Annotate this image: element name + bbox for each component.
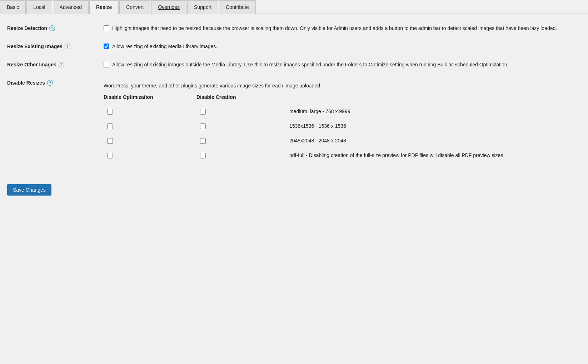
- tab-overrides[interactable]: Overrides: [151, 0, 186, 14]
- disable-create-checkbox-1536x1536[interactable]: [200, 123, 206, 129]
- tabs-container: BasicLocalAdvancedResizeConvertOverrides…: [0, 0, 588, 14]
- resize-detection-value: Highlight images that need to be resized…: [104, 25, 564, 32]
- col-optimization-header: Disable Optimization: [104, 94, 196, 100]
- resize-existing-desc: Allow resizing of existing Media Library…: [112, 43, 217, 50]
- disable-row-label-pdf-full: pdf-full - Disabling creation of the ful…: [289, 152, 564, 159]
- disable-create-checkbox-medium_large[interactable]: [200, 109, 206, 115]
- disable-opt-checkbox-1536x1536[interactable]: [107, 123, 113, 129]
- resize-detection-row: Resize Detection ? Highlight images that…: [7, 25, 564, 32]
- tab-local[interactable]: Local: [26, 0, 52, 14]
- resize-existing-value: Allow resizing of existing Media Library…: [104, 43, 564, 50]
- resize-other-help-icon[interactable]: ?: [59, 62, 64, 67]
- tab-contribute[interactable]: Contribute: [219, 0, 256, 14]
- tab-support[interactable]: Support: [187, 0, 218, 14]
- resize-other-value: Allow resizing of existing images outsid…: [104, 61, 564, 69]
- resize-existing-checkbox[interactable]: [104, 44, 109, 49]
- resize-other-checkbox[interactable]: [104, 62, 109, 67]
- resize-other-row: Resize Other Images ? Allow resizing of …: [7, 61, 564, 69]
- disable-resizes-desc: WordPress, your theme, and other plugins…: [104, 83, 564, 89]
- resize-existing-help-icon[interactable]: ?: [65, 44, 70, 49]
- disable-row-label-2048x2048: 2048x2048 - 2048 x 2048: [289, 137, 564, 145]
- disable-resizes-value: WordPress, your theme, and other plugins…: [104, 83, 564, 163]
- tab-convert[interactable]: Convert: [119, 0, 150, 14]
- disable-row-pdf-full: pdf-full - Disabling creation of the ful…: [104, 148, 564, 163]
- disable-row-label-medium_large: medium_large - 768 x 9999: [289, 108, 564, 115]
- disable-resizes-label: Disable Resizes ?: [7, 79, 104, 86]
- col-creation-header: Disable Creation: [196, 94, 289, 100]
- resize-detection-label: Resize Detection ?: [7, 25, 104, 31]
- tab-basic[interactable]: Basic: [0, 0, 26, 14]
- disable-opt-checkbox-2048x2048[interactable]: [107, 138, 113, 144]
- disable-opt-checkbox-pdf-full[interactable]: [107, 153, 113, 158]
- disable-create-checkbox-pdf-full[interactable]: [200, 153, 206, 158]
- resize-detection-checkbox[interactable]: [104, 25, 109, 31]
- resize-other-desc: Allow resizing of existing images outsid…: [112, 61, 508, 69]
- resize-existing-row: Resize Existing Images ? Allow resizing …: [7, 43, 564, 50]
- save-changes-button[interactable]: Save Changes: [7, 184, 51, 196]
- disable-resizes-row: Disable Resizes ? WordPress, your theme,…: [7, 79, 564, 163]
- resize-existing-label: Resize Existing Images ?: [7, 43, 104, 49]
- disable-opt-checkbox-medium_large[interactable]: [107, 109, 113, 115]
- tab-advanced[interactable]: Advanced: [53, 0, 89, 14]
- disable-table-header: Disable Optimization Disable Creation: [104, 94, 564, 100]
- disable-row-1536x1536: 1536x1536 - 1536 x 1536: [104, 119, 564, 133]
- tab-resize[interactable]: Resize: [89, 0, 119, 14]
- resize-detection-help-icon[interactable]: ?: [49, 25, 55, 31]
- disable-create-checkbox-2048x2048[interactable]: [200, 138, 206, 144]
- disable-row-2048x2048: 2048x2048 - 2048 x 2048: [104, 133, 564, 148]
- disable-row-label-1536x1536: 1536x1536 - 1536 x 1536: [289, 122, 564, 130]
- resize-other-label: Resize Other Images ?: [7, 61, 104, 67]
- disable-row-medium_large: medium_large - 768 x 9999: [104, 104, 564, 119]
- resize-detection-desc: Highlight images that need to be resized…: [112, 25, 557, 32]
- disable-resizes-help-icon[interactable]: ?: [47, 80, 53, 86]
